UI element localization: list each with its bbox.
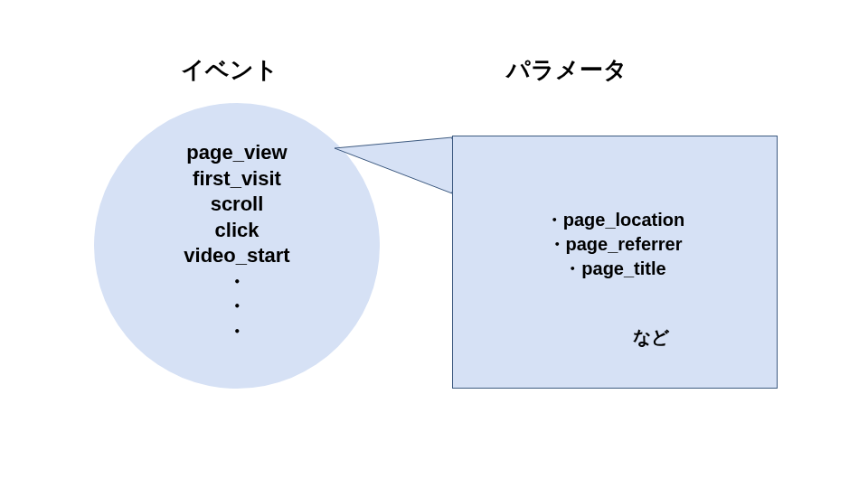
parameter-item: ・page_referrer [452, 232, 778, 257]
svg-marker-0 [335, 137, 452, 193]
parameters-heading: パラメータ [506, 54, 627, 86]
callout-pointer-shape [335, 136, 461, 226]
parameter-item: ・page_location [452, 208, 778, 232]
event-item: video_start [94, 243, 380, 269]
parameter-item: ・page_title [452, 257, 778, 281]
parameters-suffix: など [633, 325, 669, 350]
event-ellipsis: ・ ・ ・ [94, 269, 380, 344]
parameters-list: ・page_location ・page_referrer ・page_titl… [452, 208, 778, 281]
events-heading: イベント [181, 54, 278, 86]
